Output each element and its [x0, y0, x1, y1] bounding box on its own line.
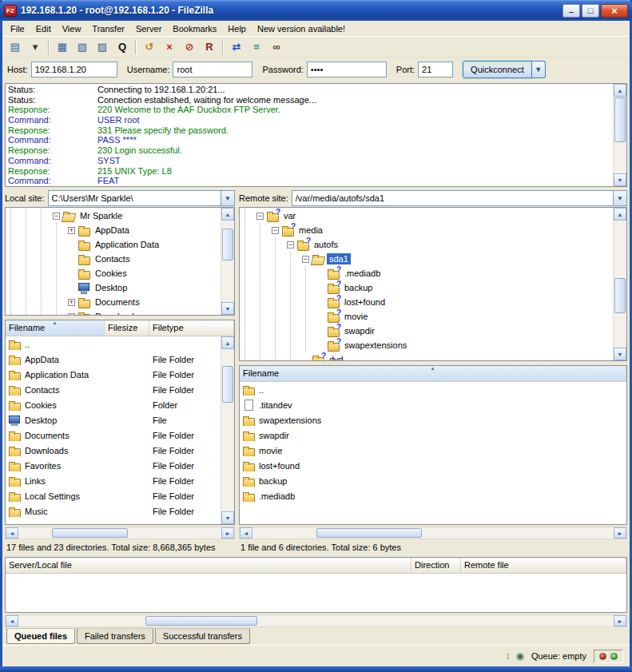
menu-item-server[interactable]: Server — [130, 22, 167, 36]
scroll-right-button[interactable] — [614, 615, 626, 626]
quickconnect-dropdown[interactable]: ▼ — [532, 61, 546, 78]
scroll-thumb[interactable] — [614, 97, 626, 142]
tree-item-media[interactable]: −?media — [241, 223, 612, 237]
combobox-dropdown-icon[interactable]: ▼ — [613, 191, 626, 205]
scroll-right-button[interactable] — [614, 527, 626, 539]
tab-successful-transfers[interactable]: Successful transfers — [155, 628, 250, 644]
collapse-box-icon[interactable]: − — [256, 213, 264, 220]
host-input[interactable] — [31, 62, 117, 78]
file-row-documents[interactable]: DocumentsFile Folder — [6, 427, 221, 443]
password-input[interactable] — [307, 62, 387, 78]
scroll-down-button[interactable] — [221, 511, 234, 524]
menu-item-file[interactable]: File — [5, 22, 30, 36]
collapse-box-icon[interactable]: − — [272, 227, 279, 234]
column-header-server-local-file[interactable]: Server/Local file — [6, 558, 411, 573]
toggle-local-tree-icon[interactable]: ▧ — [73, 38, 92, 56]
scroll-thumb[interactable] — [222, 366, 233, 403]
directory-comparison-icon[interactable]: ⇄ — [227, 38, 246, 56]
scroll-left-button[interactable] — [240, 527, 252, 539]
synchronized-browsing-icon[interactable]: ≡ — [247, 38, 266, 56]
file-row-item[interactable]: .. — [240, 382, 626, 397]
scroll-thumb[interactable] — [316, 528, 422, 538]
menu-item-bookmarks[interactable]: Bookmarks — [167, 22, 222, 36]
file-row-movie[interactable]: movie — [240, 443, 626, 458]
scroll-right-button[interactable] — [221, 527, 234, 539]
tree-item-autofs[interactable]: −?autofs — [241, 237, 612, 252]
file-row-downloads[interactable]: DownloadsFile Folder — [6, 443, 221, 458]
tree-item-lost-found[interactable]: ?lost+found — [241, 295, 612, 309]
tab-queued-files[interactable]: Queued files — [6, 628, 75, 644]
scroll-down-button[interactable] — [614, 348, 626, 360]
tree-item-swapdir[interactable]: ?swapdir — [241, 324, 612, 338]
tree-item-swapextensions[interactable]: ?swapextensions — [241, 338, 612, 352]
file-row-cookies[interactable]: CookiesFolder — [6, 397, 221, 412]
tree-item-sda1[interactable]: −sda1 — [241, 252, 612, 266]
file-row-favorites[interactable]: FavoritesFile Folder — [6, 458, 221, 473]
tree-item-mr-sparkle[interactable]: −Mr Sparkle — [7, 209, 220, 223]
file-row-application-data[interactable]: Application DataFile Folder — [6, 367, 221, 382]
file-row-backup[interactable]: backup — [240, 473, 626, 488]
scroll-left-button[interactable] — [6, 527, 18, 539]
tree-item-cookies[interactable]: Cookies — [7, 266, 220, 280]
port-input[interactable] — [418, 62, 453, 78]
tree-item-desktop[interactable]: Desktop — [7, 280, 220, 295]
scroll-up-button[interactable] — [221, 336, 234, 349]
column-header-filename[interactable]: Filename — [240, 366, 626, 381]
file-row-desktop[interactable]: DesktopFile — [6, 412, 221, 427]
local-site-combobox[interactable]: C:\Users\Mr Sparkle\ ▼ — [48, 190, 235, 206]
tree-item-downloads[interactable]: +Downloads — [7, 309, 220, 316]
scroll-down-button[interactable] — [221, 302, 234, 315]
tree-item-application-data[interactable]: Application Data — [7, 237, 220, 252]
refresh-icon[interactable]: ↺ — [140, 38, 159, 56]
queue-horizontal-scrollbar[interactable] — [5, 614, 627, 627]
tree-item-movie[interactable]: ?movie — [241, 309, 612, 324]
menu-item-view[interactable]: View — [57, 22, 87, 36]
collapse-box-icon[interactable]: − — [287, 241, 294, 249]
remote-site-combobox[interactable]: /var/media/autofs/sda1 ▼ — [292, 190, 627, 206]
username-input[interactable] — [173, 62, 252, 78]
file-row-titandev[interactable]: .titandev — [240, 397, 626, 412]
expand-box-icon[interactable]: + — [68, 299, 75, 306]
toggle-log-pane-icon[interactable]: ▦ — [53, 38, 72, 56]
find-files-icon[interactable]: ∞ — [267, 38, 286, 56]
file-row-lost-found[interactable]: lost+found — [240, 458, 626, 473]
tree-item-backup[interactable]: ?backup — [241, 280, 612, 295]
local-list-vertical-scrollbar[interactable] — [221, 336, 234, 524]
site-manager-icon[interactable]: ▤ — [6, 38, 25, 56]
disconnect-icon[interactable]: ⊘ — [180, 38, 199, 56]
site-manager-dropdown-icon[interactable]: ▾ — [26, 38, 45, 56]
menu-item-transfer[interactable]: Transfer — [86, 22, 130, 36]
tab-failed-transfers[interactable]: Failed transfers — [77, 628, 153, 644]
tree-item-mediadb[interactable]: ?.mediadb — [241, 266, 612, 280]
collapse-box-icon[interactable]: − — [302, 256, 309, 263]
remote-tree-vertical-scrollbar[interactable] — [613, 208, 626, 360]
toggle-queue-icon[interactable]: Q — [113, 38, 132, 56]
column-header-filetype[interactable]: Filetype — [149, 320, 234, 336]
speed-limits-icon[interactable]: ↕ — [505, 650, 510, 662]
tree-item-dvd[interactable]: ?dvd — [241, 352, 612, 361]
directory-comparison-status-icon[interactable]: ◉ — [515, 650, 523, 662]
local-tree-vertical-scrollbar[interactable] — [221, 208, 234, 315]
tree-item-contacts[interactable]: Contacts — [7, 252, 220, 266]
reconnect-icon[interactable]: R — [200, 38, 219, 56]
minimize-button[interactable] — [562, 4, 580, 18]
expand-box-icon[interactable]: + — [68, 313, 75, 316]
expand-box-icon[interactable]: + — [68, 227, 75, 234]
close-button[interactable] — [601, 4, 628, 18]
scroll-up-button[interactable] — [614, 208, 626, 221]
column-header-direction[interactable]: Direction — [411, 558, 461, 573]
quickconnect-button[interactable]: Quickconnect — [463, 61, 532, 78]
column-header-filesize[interactable]: Filesize — [105, 320, 149, 336]
file-row-music[interactable]: MusicFile Folder — [6, 503, 221, 519]
column-header-filename[interactable]: Filename — [6, 320, 105, 336]
scroll-thumb[interactable] — [145, 616, 257, 626]
toggle-remote-tree-icon[interactable]: ▨ — [93, 38, 112, 56]
maximize-button[interactable] — [582, 4, 599, 18]
cancel-icon[interactable]: × — [160, 38, 179, 56]
file-row-appdata[interactable]: AppDataFile Folder — [6, 352, 221, 367]
scroll-up-button[interactable] — [614, 84, 626, 97]
menu-item-help[interactable]: Help — [222, 22, 252, 36]
scroll-thumb[interactable] — [614, 278, 626, 313]
tree-item-documents[interactable]: +Documents — [7, 295, 220, 309]
remote-horizontal-scrollbar[interactable] — [239, 527, 627, 539]
